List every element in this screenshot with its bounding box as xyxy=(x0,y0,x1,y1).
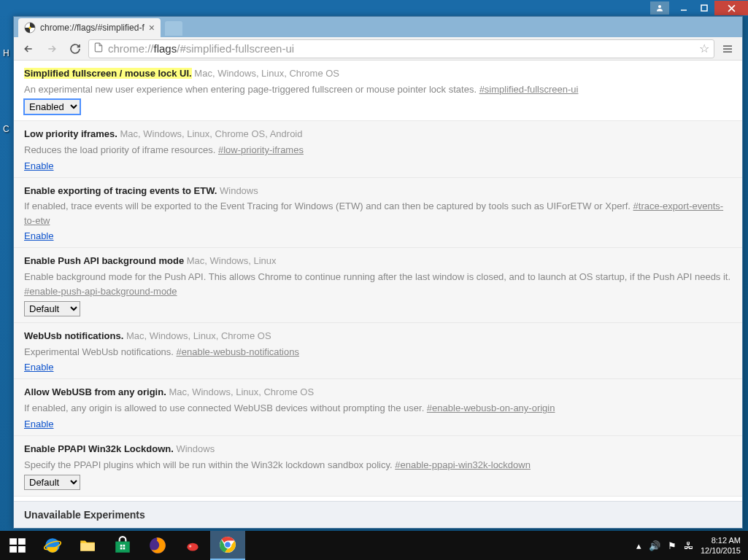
reload-button[interactable] xyxy=(65,39,85,58)
clock-time: 8:12 AM xyxy=(701,535,741,545)
experiment-header: Enable exporting of tracing events to ET… xyxy=(24,184,732,199)
browser-window: chrome://flags/#simplified-f × chrome://… xyxy=(13,16,743,529)
experiment-anchor-link[interactable]: #enable-webusb-notifications xyxy=(177,346,299,357)
experiment-description: Specify the PPAPI plugins which will be … xyxy=(24,458,732,472)
experiment-platforms: Windows xyxy=(220,185,258,196)
maximize-button[interactable] xyxy=(694,1,714,15)
experiment-anchor-link[interactable]: #trace-export-events-to-etw xyxy=(24,201,723,226)
chrome-icon xyxy=(218,535,237,554)
taskbar-store[interactable] xyxy=(105,531,140,560)
firefox-icon xyxy=(148,536,167,555)
svg-rect-21 xyxy=(123,548,126,550)
svg-rect-8 xyxy=(723,48,732,50)
desktop-shortcut[interactable]: C xyxy=(3,124,9,134)
svg-rect-12 xyxy=(9,546,17,553)
tab-strip: chrome://flags/#simplified-f × xyxy=(14,17,742,37)
experiment-select[interactable]: DefaultEnabledDisabled xyxy=(24,301,80,316)
experiment-description: If enabled, any origin is allowed to use… xyxy=(24,401,732,416)
arrow-right-icon xyxy=(46,43,58,55)
experiment-title: Low priority iframes. xyxy=(24,128,117,139)
close-button[interactable] xyxy=(714,1,748,15)
start-button[interactable] xyxy=(0,531,35,560)
experiment-description: If enabled, trace events will be exporte… xyxy=(24,199,732,228)
experiment-title: Allow WebUSB from any origin. xyxy=(24,386,166,397)
volume-icon[interactable]: 🔊 xyxy=(649,540,660,551)
experiment-title: Simplified fullscreen / mouse lock UI. xyxy=(24,68,192,79)
flags-favicon-icon xyxy=(24,22,36,34)
experiment-title: Enable Push API background mode xyxy=(24,255,184,266)
chrome-menu-button[interactable] xyxy=(717,39,738,58)
experiment-enable-link[interactable]: Enable xyxy=(24,419,53,429)
experiment-platforms: Mac, Windows, Linux, Chrome OS xyxy=(194,68,339,79)
windows-logo-icon xyxy=(8,536,27,555)
tab-close-icon[interactable]: × xyxy=(149,22,155,34)
experiment-title: Enable PPAPI Win32k Lockdown. xyxy=(24,443,174,454)
experiment-row: WebUsb notifications. Mac, Windows, Linu… xyxy=(14,323,742,379)
experiment-platforms: Mac, Windows, Linux, Chrome OS, Android xyxy=(120,128,303,139)
experiment-anchor-link[interactable]: #enable-ppapi-win32k-lockdown xyxy=(395,459,531,470)
user-button[interactable] xyxy=(650,1,669,15)
experiment-description: Enable background mode for the Push API.… xyxy=(24,270,732,298)
experiment-enable-link[interactable]: Enable xyxy=(24,230,53,241)
taskbar-ie[interactable] xyxy=(35,531,70,560)
experiment-header: Enable Push API background mode Mac, Win… xyxy=(24,254,732,269)
url-text: chrome://flags/#simplified-fullscreen-ui xyxy=(108,42,294,55)
experiment-row: Enable exporting of tracing events to ET… xyxy=(14,178,742,249)
experiment-enable-link[interactable]: Enable xyxy=(24,362,53,373)
back-button[interactable] xyxy=(18,39,39,58)
clock-date: 12/10/2015 xyxy=(701,545,741,556)
experiment-platforms: Mac, Windows, Linux, Chrome OS xyxy=(169,386,314,397)
reload-icon xyxy=(69,43,81,55)
taskbar-chrome[interactable] xyxy=(210,531,245,560)
windows-taskbar: ▴ 🔊 ⚑ 🖧 8:12 AM 12/10/2015 xyxy=(0,531,748,560)
minimize-button[interactable] xyxy=(674,1,694,15)
system-tray: ▴ 🔊 ⚑ 🖧 8:12 AM 12/10/2015 xyxy=(636,535,748,556)
page-icon xyxy=(93,42,104,55)
experiment-title: WebUsb notifications. xyxy=(24,330,123,341)
svg-rect-10 xyxy=(9,538,17,545)
svg-point-6 xyxy=(29,27,31,29)
experiment-anchor-link[interactable]: #simplified-fullscreen-ui xyxy=(479,84,579,95)
experiment-anchor-link[interactable]: #enable-push-api-background-mode xyxy=(24,286,177,297)
experiment-anchor-link[interactable]: #enable-webusb-on-any-origin xyxy=(427,402,555,413)
arrow-left-icon xyxy=(23,43,34,55)
forward-button[interactable] xyxy=(42,39,62,58)
experiment-title: Enable exporting of tracing events to ET… xyxy=(24,185,217,196)
taskbar-firefox[interactable] xyxy=(140,531,175,560)
taskbar-app[interactable] xyxy=(175,531,210,560)
experiment-row: Simplified fullscreen / mouse lock UI. M… xyxy=(14,61,742,121)
experiment-select[interactable]: DefaultEnabledDisabled xyxy=(24,99,80,114)
svg-rect-9 xyxy=(723,51,732,52)
address-bar[interactable]: chrome://flags/#simplified-fullscreen-ui… xyxy=(88,39,714,58)
experiment-enable-link[interactable]: Enable xyxy=(24,160,53,171)
svg-rect-2 xyxy=(701,5,707,11)
svg-rect-18 xyxy=(120,545,123,547)
experiment-platforms: Windows xyxy=(176,443,215,454)
svg-rect-20 xyxy=(120,548,123,550)
network-icon[interactable]: 🖧 xyxy=(684,540,693,551)
svg-point-24 xyxy=(189,545,191,547)
flag-icon[interactable]: ⚑ xyxy=(668,540,676,551)
bookmark-star-icon[interactable]: ☆ xyxy=(699,42,709,55)
svg-rect-11 xyxy=(18,538,26,545)
experiment-row: Enable Push API background mode Mac, Win… xyxy=(14,248,742,323)
taskbar-clock[interactable]: 8:12 AM 12/10/2015 xyxy=(701,535,741,556)
browser-toolbar: chrome://flags/#simplified-fullscreen-ui… xyxy=(14,37,742,61)
desktop-shortcut[interactable]: H xyxy=(3,48,9,58)
tab-title: chrome://flags/#simplified-f xyxy=(40,23,144,33)
experiment-select[interactable]: DefaultEnabledDisabled xyxy=(24,475,80,490)
experiment-anchor-link[interactable]: #low-priority-iframes xyxy=(218,144,304,155)
new-tab-button[interactable] xyxy=(165,21,182,36)
browser-tab[interactable]: chrome://flags/#simplified-f × xyxy=(18,18,161,37)
svg-rect-7 xyxy=(723,45,732,47)
minimize-icon xyxy=(680,4,687,12)
page-content[interactable]: Simplified fullscreen / mouse lock UI. M… xyxy=(14,61,742,528)
taskbar-explorer[interactable] xyxy=(70,531,105,560)
folder-icon xyxy=(78,536,97,555)
candy-icon xyxy=(183,536,202,555)
experiment-row: Enable PPAPI Win32k Lockdown. Windows Sp… xyxy=(14,436,742,497)
ie-icon xyxy=(43,536,62,555)
tray-chevron-icon[interactable]: ▴ xyxy=(636,540,641,551)
experiment-platforms: Mac, Windows, Linux, Chrome OS xyxy=(126,330,271,341)
svg-rect-16 xyxy=(80,543,95,551)
